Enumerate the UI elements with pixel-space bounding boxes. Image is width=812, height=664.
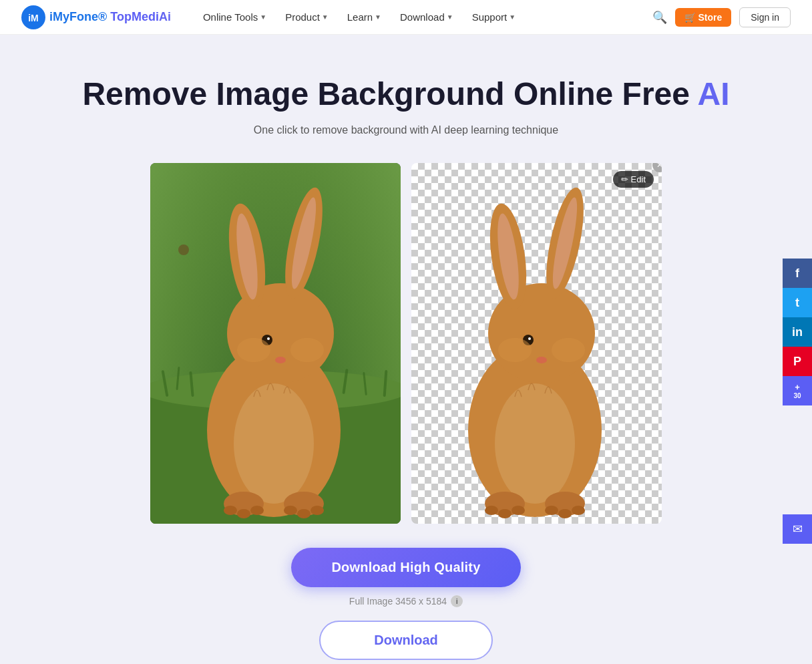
main-content: Remove Image Background Online Free AI O… [0,35,812,664]
nav-item-learn[interactable]: Learn ▼ [339,7,389,27]
svg-point-27 [284,506,297,515]
email-share-button[interactable]: ✉ [783,514,812,544]
svg-point-38 [528,337,531,340]
twitter-share-button[interactable]: t [783,288,812,317]
bunny-result-svg [411,163,662,524]
page-title: Remove Image Background Online Free AI [82,75,729,114]
svg-point-50 [572,506,585,515]
image-panels: ✕ ✏ Edit [150,163,662,524]
chevron-down-icon: ▼ [260,13,266,21]
original-image-panel [150,163,401,524]
chevron-down-icon: ▼ [447,13,453,21]
svg-point-20 [290,338,324,362]
chevron-down-icon: ▼ [375,13,381,21]
svg-point-29 [311,506,324,515]
grass-background [150,163,401,524]
svg-text:iM: iM [28,13,39,23]
edit-button[interactable]: ✏ Edit [613,171,654,188]
nav-item-online-tools[interactable]: Online Tools ▼ [195,7,274,27]
svg-point-47 [512,506,525,515]
nav-item-download[interactable]: Download ▼ [392,7,461,27]
image-info: Full Image 3456 x 5184 i [349,595,463,607]
logo-icon: iM [21,5,45,29]
download-button[interactable]: Download [319,621,493,660]
svg-point-30 [178,244,189,255]
svg-point-42 [495,383,575,504]
nav-actions: 🔍 🛒 Store Sign in [652,7,791,27]
svg-point-25 [237,509,250,518]
chevron-down-icon: ▼ [322,13,329,21]
svg-point-48 [545,506,558,515]
navbar: iM iMyFone® TopMediAi Online Tools ▼ Pro… [0,0,812,35]
svg-point-21 [234,383,314,504]
svg-point-26 [250,506,264,515]
linkedin-share-button[interactable]: in [783,317,812,347]
social-sidebar: f t in P + 30 [783,259,812,405]
bunny-original-svg [150,163,401,524]
svg-point-41 [552,338,585,362]
info-icon: i [451,595,463,607]
facebook-share-button[interactable]: f [783,259,812,288]
signin-button[interactable]: Sign in [739,7,791,27]
page-subtitle: One click to remove background with AI d… [254,124,558,136]
svg-point-24 [224,506,237,515]
nav-links: Online Tools ▼ Product ▼ Learn ▼ Downloa… [195,7,652,27]
svg-point-28 [297,509,311,518]
chevron-down-icon: ▼ [509,13,516,21]
svg-point-46 [498,509,512,518]
svg-point-19 [237,338,270,362]
nav-item-product[interactable]: Product ▼ [277,7,337,27]
svg-point-39 [536,357,547,363]
search-icon[interactable]: 🔍 [652,10,667,25]
store-button[interactable]: 🛒 Store [675,8,732,27]
logo-text: iMyFone® TopMediAi [49,10,171,24]
svg-point-17 [267,337,270,340]
result-image-panel: ✕ ✏ Edit [411,163,662,524]
svg-point-49 [558,509,572,518]
nav-item-support[interactable]: Support ▼ [464,7,524,27]
download-hq-button[interactable]: Download High Quality [291,548,520,587]
pinterest-share-button[interactable]: P [783,347,812,376]
svg-point-40 [498,338,532,362]
more-share-button[interactable]: + 30 [783,376,812,405]
svg-point-18 [275,357,286,363]
svg-point-45 [485,506,498,515]
logo[interactable]: iM iMyFone® TopMediAi [21,5,171,29]
